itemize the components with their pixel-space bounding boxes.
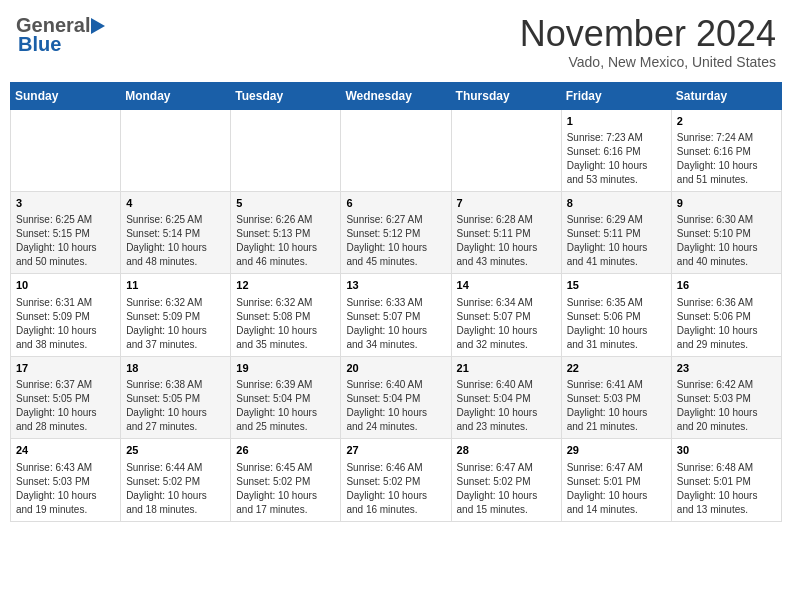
logo-blue-text: Blue: [18, 33, 61, 56]
calendar-cell: 28Sunrise: 6:47 AM Sunset: 5:02 PM Dayli…: [451, 439, 561, 521]
day-info: Sunrise: 6:44 AM Sunset: 5:02 PM Dayligh…: [126, 461, 225, 517]
calendar-cell: [11, 109, 121, 191]
day-number: 3: [16, 196, 115, 211]
calendar-week-1: 1Sunrise: 7:23 AM Sunset: 6:16 PM Daylig…: [11, 109, 782, 191]
calendar-cell: 6Sunrise: 6:27 AM Sunset: 5:12 PM Daylig…: [341, 191, 451, 273]
calendar-cell: 20Sunrise: 6:40 AM Sunset: 5:04 PM Dayli…: [341, 356, 451, 438]
calendar-cell: 22Sunrise: 6:41 AM Sunset: 5:03 PM Dayli…: [561, 356, 671, 438]
day-info: Sunrise: 6:43 AM Sunset: 5:03 PM Dayligh…: [16, 461, 115, 517]
day-number: 22: [567, 361, 666, 376]
location-text: Vado, New Mexico, United States: [520, 54, 776, 70]
calendar-cell: 29Sunrise: 6:47 AM Sunset: 5:01 PM Dayli…: [561, 439, 671, 521]
day-number: 13: [346, 278, 445, 293]
title-area: November 2024 Vado, New Mexico, United S…: [520, 14, 776, 70]
day-number: 19: [236, 361, 335, 376]
day-number: 26: [236, 443, 335, 458]
day-info: Sunrise: 6:30 AM Sunset: 5:10 PM Dayligh…: [677, 213, 776, 269]
day-info: Sunrise: 6:36 AM Sunset: 5:06 PM Dayligh…: [677, 296, 776, 352]
calendar-cell: 15Sunrise: 6:35 AM Sunset: 5:06 PM Dayli…: [561, 274, 671, 356]
day-info: Sunrise: 7:24 AM Sunset: 6:16 PM Dayligh…: [677, 131, 776, 187]
calendar-cell: 8Sunrise: 6:29 AM Sunset: 5:11 PM Daylig…: [561, 191, 671, 273]
calendar-cell: [121, 109, 231, 191]
day-number: 16: [677, 278, 776, 293]
day-info: Sunrise: 6:47 AM Sunset: 5:01 PM Dayligh…: [567, 461, 666, 517]
calendar-cell: [341, 109, 451, 191]
day-number: 9: [677, 196, 776, 211]
day-number: 27: [346, 443, 445, 458]
calendar-cell: [231, 109, 341, 191]
day-header-sunday: Sunday: [11, 82, 121, 109]
day-number: 18: [126, 361, 225, 376]
day-info: Sunrise: 6:27 AM Sunset: 5:12 PM Dayligh…: [346, 213, 445, 269]
calendar-cell: 18Sunrise: 6:38 AM Sunset: 5:05 PM Dayli…: [121, 356, 231, 438]
day-info: Sunrise: 6:28 AM Sunset: 5:11 PM Dayligh…: [457, 213, 556, 269]
day-number: 8: [567, 196, 666, 211]
calendar-cell: 3Sunrise: 6:25 AM Sunset: 5:15 PM Daylig…: [11, 191, 121, 273]
day-number: 14: [457, 278, 556, 293]
calendar-cell: 16Sunrise: 6:36 AM Sunset: 5:06 PM Dayli…: [671, 274, 781, 356]
calendar-week-4: 17Sunrise: 6:37 AM Sunset: 5:05 PM Dayli…: [11, 356, 782, 438]
day-info: Sunrise: 6:32 AM Sunset: 5:09 PM Dayligh…: [126, 296, 225, 352]
calendar-cell: 21Sunrise: 6:40 AM Sunset: 5:04 PM Dayli…: [451, 356, 561, 438]
day-header-saturday: Saturday: [671, 82, 781, 109]
day-info: Sunrise: 6:25 AM Sunset: 5:14 PM Dayligh…: [126, 213, 225, 269]
calendar-cell: 23Sunrise: 6:42 AM Sunset: 5:03 PM Dayli…: [671, 356, 781, 438]
day-number: 23: [677, 361, 776, 376]
day-header-thursday: Thursday: [451, 82, 561, 109]
calendar-cell: 30Sunrise: 6:48 AM Sunset: 5:01 PM Dayli…: [671, 439, 781, 521]
day-number: 21: [457, 361, 556, 376]
day-header-monday: Monday: [121, 82, 231, 109]
day-info: Sunrise: 6:48 AM Sunset: 5:01 PM Dayligh…: [677, 461, 776, 517]
day-info: Sunrise: 6:41 AM Sunset: 5:03 PM Dayligh…: [567, 378, 666, 434]
page-header: General Blue November 2024 Vado, New Mex…: [10, 10, 782, 74]
logo-arrow-icon: [91, 18, 113, 34]
day-number: 24: [16, 443, 115, 458]
day-info: Sunrise: 6:45 AM Sunset: 5:02 PM Dayligh…: [236, 461, 335, 517]
day-number: 29: [567, 443, 666, 458]
day-number: 10: [16, 278, 115, 293]
day-info: Sunrise: 7:23 AM Sunset: 6:16 PM Dayligh…: [567, 131, 666, 187]
day-number: 1: [567, 114, 666, 129]
day-info: Sunrise: 6:34 AM Sunset: 5:07 PM Dayligh…: [457, 296, 556, 352]
calendar-cell: 4Sunrise: 6:25 AM Sunset: 5:14 PM Daylig…: [121, 191, 231, 273]
day-info: Sunrise: 6:35 AM Sunset: 5:06 PM Dayligh…: [567, 296, 666, 352]
day-number: 28: [457, 443, 556, 458]
day-header-tuesday: Tuesday: [231, 82, 341, 109]
calendar-cell: 27Sunrise: 6:46 AM Sunset: 5:02 PM Dayli…: [341, 439, 451, 521]
days-of-week-row: SundayMondayTuesdayWednesdayThursdayFrid…: [11, 82, 782, 109]
calendar-week-2: 3Sunrise: 6:25 AM Sunset: 5:15 PM Daylig…: [11, 191, 782, 273]
day-info: Sunrise: 6:39 AM Sunset: 5:04 PM Dayligh…: [236, 378, 335, 434]
day-info: Sunrise: 6:26 AM Sunset: 5:13 PM Dayligh…: [236, 213, 335, 269]
calendar-cell: 10Sunrise: 6:31 AM Sunset: 5:09 PM Dayli…: [11, 274, 121, 356]
day-number: 25: [126, 443, 225, 458]
day-number: 20: [346, 361, 445, 376]
calendar-cell: 5Sunrise: 6:26 AM Sunset: 5:13 PM Daylig…: [231, 191, 341, 273]
calendar-cell: 9Sunrise: 6:30 AM Sunset: 5:10 PM Daylig…: [671, 191, 781, 273]
day-number: 15: [567, 278, 666, 293]
calendar-cell: 19Sunrise: 6:39 AM Sunset: 5:04 PM Dayli…: [231, 356, 341, 438]
calendar-week-5: 24Sunrise: 6:43 AM Sunset: 5:03 PM Dayli…: [11, 439, 782, 521]
logo: General Blue: [16, 14, 113, 56]
day-info: Sunrise: 6:42 AM Sunset: 5:03 PM Dayligh…: [677, 378, 776, 434]
day-info: Sunrise: 6:47 AM Sunset: 5:02 PM Dayligh…: [457, 461, 556, 517]
day-info: Sunrise: 6:40 AM Sunset: 5:04 PM Dayligh…: [457, 378, 556, 434]
calendar-cell: 7Sunrise: 6:28 AM Sunset: 5:11 PM Daylig…: [451, 191, 561, 273]
day-number: 11: [126, 278, 225, 293]
day-number: 12: [236, 278, 335, 293]
calendar-cell: 1Sunrise: 7:23 AM Sunset: 6:16 PM Daylig…: [561, 109, 671, 191]
day-number: 4: [126, 196, 225, 211]
calendar-cell: [451, 109, 561, 191]
calendar-week-3: 10Sunrise: 6:31 AM Sunset: 5:09 PM Dayli…: [11, 274, 782, 356]
calendar-cell: 12Sunrise: 6:32 AM Sunset: 5:08 PM Dayli…: [231, 274, 341, 356]
day-info: Sunrise: 6:31 AM Sunset: 5:09 PM Dayligh…: [16, 296, 115, 352]
svg-marker-0: [91, 18, 105, 34]
day-info: Sunrise: 6:38 AM Sunset: 5:05 PM Dayligh…: [126, 378, 225, 434]
calendar-cell: 11Sunrise: 6:32 AM Sunset: 5:09 PM Dayli…: [121, 274, 231, 356]
calendar-cell: 17Sunrise: 6:37 AM Sunset: 5:05 PM Dayli…: [11, 356, 121, 438]
calendar-cell: 25Sunrise: 6:44 AM Sunset: 5:02 PM Dayli…: [121, 439, 231, 521]
calendar-cell: 13Sunrise: 6:33 AM Sunset: 5:07 PM Dayli…: [341, 274, 451, 356]
day-number: 17: [16, 361, 115, 376]
day-header-wednesday: Wednesday: [341, 82, 451, 109]
day-number: 5: [236, 196, 335, 211]
day-info: Sunrise: 6:32 AM Sunset: 5:08 PM Dayligh…: [236, 296, 335, 352]
